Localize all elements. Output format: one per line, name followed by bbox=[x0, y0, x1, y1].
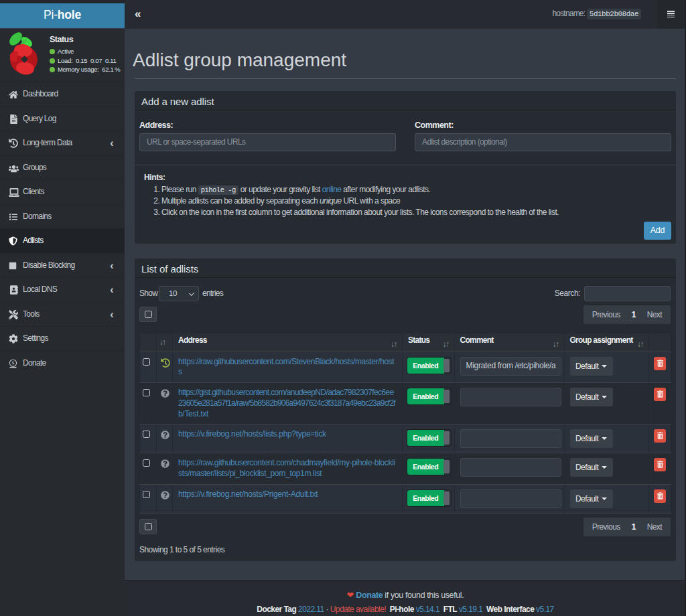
svg-text:$: $ bbox=[12, 360, 15, 365]
